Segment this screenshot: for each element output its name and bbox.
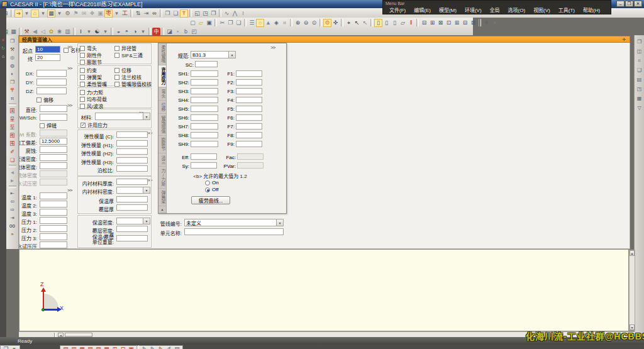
- toolbar-icon[interactable]: ⚙: [323, 19, 331, 27]
- f-input[interactable]: [236, 123, 262, 130]
- expander-icon[interactable]: >>: [67, 65, 72, 71]
- menu-item[interactable]: 工具(T): [558, 6, 575, 13]
- toolbar-icon[interactable]: [162, 28, 164, 35]
- pin-icon[interactable]: ✛: [622, 37, 626, 42]
- toolbar-icon[interactable]: [19, 28, 21, 35]
- toolbar-icon[interactable]: ↖: [353, 19, 361, 27]
- toolbar-icon[interactable]: ⊠: [436, 19, 445, 27]
- radio-off[interactable]: Off: [205, 187, 219, 192]
- allowable-stress-checkbox[interactable]: 许用应力: [80, 122, 108, 128]
- f-input[interactable]: [236, 106, 262, 112]
- dz-input[interactable]: [36, 87, 67, 94]
- toolbar-icon[interactable]: ⊠: [469, 19, 477, 27]
- aux-checkbox[interactable]: 弯头: [80, 45, 102, 51]
- aux-checkbox[interactable]: 约束: [80, 67, 107, 73]
- corrosion-input[interactable]: [40, 146, 67, 153]
- modulus-h1-input[interactable]: [116, 140, 148, 147]
- sh-input[interactable]: [191, 70, 218, 77]
- toolbar-icon[interactable]: ➜: [14, 9, 23, 18]
- toolbar-icon[interactable]: ∿: [223, 9, 231, 18]
- toolbar-icon[interactable]: ❏: [8, 156, 17, 163]
- toolbar-icon[interactable]: ⊙: [310, 19, 318, 27]
- dy-input[interactable]: [36, 79, 67, 86]
- temp2-input[interactable]: [40, 201, 67, 208]
- toolbar-icon[interactable]: ⌖: [345, 19, 353, 27]
- modulus-c-input[interactable]: [116, 131, 148, 138]
- toolbar-icon[interactable]: [130, 9, 133, 17]
- lining-density-dropdown[interactable]: ▾: [116, 187, 150, 194]
- scroll-left-button[interactable]: ◂: [58, 333, 64, 337]
- toolbar-icon[interactable]: 〒: [8, 86, 17, 94]
- toolbar-icon[interactable]: 图: [8, 131, 17, 139]
- aux-checkbox[interactable]: 均布荷载: [80, 96, 107, 102]
- pipe-density-input[interactable]: [40, 154, 67, 161]
- toolbar-icon[interactable]: ▥: [64, 28, 72, 36]
- toolbar-icon[interactable]: [9, 186, 16, 188]
- toolbar-icon[interactable]: ⊟: [119, 345, 127, 349]
- toolbar-icon[interactable]: ❐: [164, 9, 172, 18]
- toolbar-icon[interactable]: ☯: [93, 28, 101, 36]
- toolbar-icon[interactable]: ❖: [88, 9, 96, 18]
- toolbar-icon[interactable]: ❐: [209, 9, 218, 18]
- menu-item[interactable]: 模型(M): [439, 6, 457, 13]
- sh-input[interactable]: [191, 106, 218, 112]
- toolbar-icon[interactable]: ✂: [218, 19, 226, 27]
- aux-checkbox[interactable]: 膨胀节: [80, 59, 102, 65]
- toolbar-icon[interactable]: ❐: [635, 38, 643, 45]
- toolbar-icon[interactable]: ❏: [235, 19, 243, 27]
- weld-checkbox[interactable]: 焊缝: [40, 123, 57, 128]
- toolbar-icon[interactable]: ▥: [70, 345, 78, 349]
- toolbar-icon[interactable]: [319, 19, 322, 26]
- toolbar-icon[interactable]: ❏: [172, 9, 180, 18]
- sy-input[interactable]: [191, 162, 217, 169]
- code-dropdown[interactable]: B31.3 ▾: [191, 51, 236, 58]
- scrollbar-thumb[interactable]: [65, 333, 92, 337]
- toolbar-icon[interactable]: 呈: [8, 115, 17, 123]
- from-node-input[interactable]: 10: [35, 46, 60, 53]
- f-input[interactable]: [236, 70, 262, 77]
- toolbar-icon[interactable]: ☰: [248, 19, 256, 27]
- toolbar-icon[interactable]: [219, 9, 221, 17]
- dx-input[interactable]: [36, 70, 67, 77]
- dropdown-arrow-icon[interactable]: ▾: [143, 113, 150, 119]
- menu-item[interactable]: 环境(V): [465, 6, 482, 13]
- toolbar-icon[interactable]: [479, 19, 481, 26]
- sh-input[interactable]: [191, 79, 218, 86]
- toolbar-icon[interactable]: [11, 9, 13, 17]
- menu-item[interactable]: 文件(F): [389, 6, 406, 13]
- toolbar-icon[interactable]: ▾: [139, 28, 147, 36]
- aux-checkbox[interactable]: 法兰校核: [114, 74, 152, 80]
- aux-checkbox[interactable]: 风/波浪: [80, 103, 107, 109]
- toolbar-icon[interactable]: ◒: [114, 28, 123, 36]
- aux-checkbox[interactable]: 柔性管嘴: [80, 81, 107, 87]
- dock-icon[interactable]: ↻: [1, 45, 6, 51]
- expander-icon[interactable]: >>: [67, 102, 72, 108]
- toolbar-icon[interactable]: ✜: [331, 19, 340, 27]
- toolbar-icon[interactable]: ◍: [8, 62, 17, 69]
- toolbar-icon[interactable]: ❐: [8, 37, 17, 45]
- toolbar-icon[interactable]: ◐: [8, 70, 17, 77]
- aux-tab[interactable]: 法兰: [158, 153, 166, 167]
- toolbar-icon[interactable]: ◪: [165, 28, 174, 36]
- toolbar-icon[interactable]: b: [182, 28, 190, 36]
- model-canvas[interactable]: Z X: [19, 249, 629, 331]
- toolbar-icon[interactable]: ❐: [2, 345, 10, 349]
- expander-icon[interactable]: >>: [67, 187, 72, 193]
- toolbar-icon[interactable]: ◳: [201, 9, 209, 18]
- temp1-input[interactable]: [40, 192, 67, 199]
- toolbar-icon[interactable]: ∞: [150, 9, 158, 18]
- pres1-input[interactable]: [40, 217, 67, 224]
- toolbar-icon[interactable]: ▲: [264, 19, 272, 27]
- toolbar-icon[interactable]: ⇤: [8, 189, 17, 197]
- insulation-density-dropdown[interactable]: ▾: [116, 218, 150, 224]
- fatigue-curves-button[interactable]: 疲劳曲线...: [191, 196, 230, 204]
- aux-checkbox[interactable]: 管嘴限值校核: [114, 81, 152, 87]
- toolbar-icon[interactable]: ✐: [8, 148, 17, 155]
- menu-item[interactable]: 全局: [490, 6, 500, 13]
- toolbar-icon[interactable]: ▣: [205, 19, 213, 27]
- sh-input[interactable]: [191, 97, 218, 103]
- toolbar-icon[interactable]: ✎: [140, 345, 148, 349]
- toolbar-icon[interactable]: ⋀: [231, 9, 239, 18]
- line-number-dropdown[interactable]: 未定义 ▾: [184, 219, 284, 226]
- temp3-input[interactable]: [40, 209, 67, 216]
